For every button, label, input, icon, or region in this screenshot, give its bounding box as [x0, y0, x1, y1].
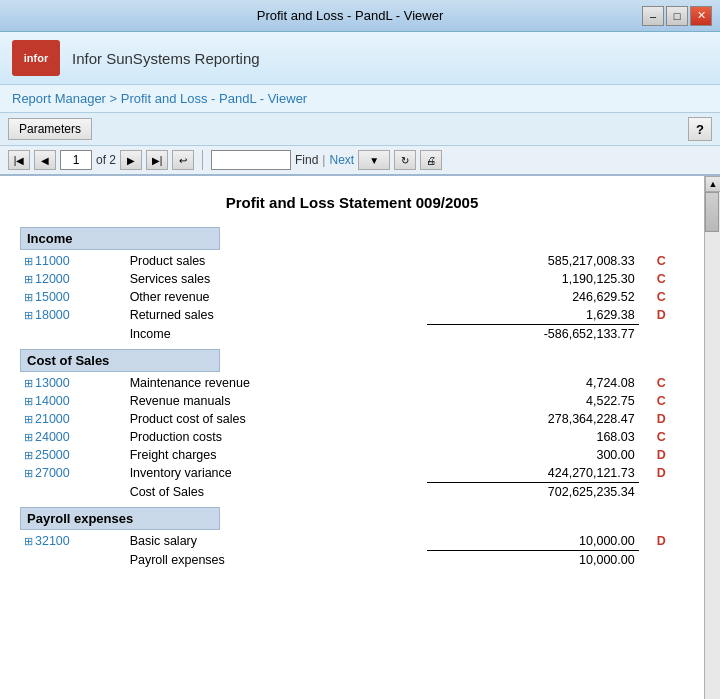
- expand-icon[interactable]: ⊞: [24, 377, 33, 389]
- nav-back-button[interactable]: ↩: [172, 150, 194, 170]
- expand-icon[interactable]: ⊞: [24, 255, 33, 267]
- total-amount: 10,000.00: [427, 551, 638, 570]
- row-code: ⊞12000: [20, 270, 126, 288]
- row-amount: 4,522.75: [427, 392, 638, 410]
- scroll-thumb[interactable]: [705, 192, 719, 232]
- income-section-header: Income: [20, 227, 220, 250]
- table-row: ⊞32100 Basic salary 10,000.00 D: [20, 532, 684, 551]
- table-row: ⊞24000 Production costs 168.03 C: [20, 428, 684, 446]
- total-amount: 702,625,235.34: [427, 483, 638, 502]
- table-row: ⊞18000 Returned sales 1,629.38 D: [20, 306, 684, 325]
- table-row: ⊞12000 Services sales 1,190,125.30 C: [20, 270, 684, 288]
- nav-prev-button[interactable]: ◀: [34, 150, 56, 170]
- row-code: ⊞13000: [20, 374, 126, 392]
- table-row: ⊞15000 Other revenue 246,629.52 C: [20, 288, 684, 306]
- expand-icon[interactable]: ⊞: [24, 535, 33, 547]
- code-value: 11000: [35, 254, 70, 268]
- total-empty: [20, 483, 126, 502]
- expand-icon[interactable]: ⊞: [24, 413, 33, 425]
- find-input[interactable]: [211, 150, 291, 170]
- code-value: 27000: [35, 466, 70, 480]
- row-amount: 300.00: [427, 446, 638, 464]
- row-desc: Inventory variance: [126, 464, 428, 483]
- row-desc: Returned sales: [126, 306, 428, 325]
- total-label: Cost of Sales: [126, 483, 428, 502]
- row-type: D: [639, 410, 684, 428]
- window-title: Profit and Loss - PandL - Viewer: [58, 8, 642, 23]
- expand-icon[interactable]: ⊞: [24, 273, 33, 285]
- next-label[interactable]: Next: [329, 153, 354, 167]
- payroll-total-row: Payroll expenses 10,000.00: [20, 551, 684, 570]
- row-type: D: [639, 306, 684, 325]
- expand-icon[interactable]: ⊞: [24, 309, 33, 321]
- row-code: ⊞18000: [20, 306, 126, 325]
- total-empty: [20, 551, 126, 570]
- total-type-empty: [639, 551, 684, 570]
- expand-icon[interactable]: ⊞: [24, 431, 33, 443]
- income-table: ⊞11000 Product sales 585,217,008.33 C ⊞1…: [20, 252, 684, 343]
- expand-icon[interactable]: ⊞: [24, 395, 33, 407]
- help-button[interactable]: ?: [688, 117, 712, 141]
- payroll-section-header: Payroll expenses: [20, 507, 220, 530]
- total-amount: -586,652,133.77: [427, 325, 638, 344]
- table-row: ⊞25000 Freight charges 300.00 D: [20, 446, 684, 464]
- close-button[interactable]: ✕: [690, 6, 712, 26]
- row-type: C: [639, 270, 684, 288]
- scroll-up-button[interactable]: ▲: [705, 176, 720, 192]
- code-value: 24000: [35, 430, 70, 444]
- maximize-button[interactable]: □: [666, 6, 688, 26]
- window-controls: – □ ✕: [642, 6, 712, 26]
- minimize-button[interactable]: –: [642, 6, 664, 26]
- app-header: infor Infor SunSystems Reporting: [0, 32, 720, 85]
- row-amount: 4,724.08: [427, 374, 638, 392]
- row-desc: Product sales: [126, 252, 428, 270]
- income-total-row: Income -586,652,133.77: [20, 325, 684, 344]
- view-options-button[interactable]: ▼: [358, 150, 390, 170]
- print-button[interactable]: 🖨: [420, 150, 442, 170]
- row-code: ⊞21000: [20, 410, 126, 428]
- row-type: C: [639, 288, 684, 306]
- row-type: D: [639, 532, 684, 551]
- income-section: Income ⊞11000 Product sales 585,217,008.…: [20, 227, 684, 343]
- page-number-input[interactable]: [60, 150, 92, 170]
- breadcrumb[interactable]: Report Manager > Profit and Loss - PandL…: [12, 91, 307, 106]
- infor-logo: infor: [12, 40, 60, 76]
- scroll-track[interactable]: [705, 192, 720, 699]
- row-desc: Basic salary: [126, 532, 428, 551]
- parameters-button[interactable]: Parameters: [8, 118, 92, 140]
- page-of-label: of 2: [96, 153, 116, 167]
- code-value: 15000: [35, 290, 70, 304]
- expand-icon[interactable]: ⊞: [24, 467, 33, 479]
- vertical-scrollbar: ▲ ▼: [704, 176, 720, 699]
- row-amount: 246,629.52: [427, 288, 638, 306]
- row-type: C: [639, 252, 684, 270]
- row-desc: Other revenue: [126, 288, 428, 306]
- row-desc: Freight charges: [126, 446, 428, 464]
- nav-first-button[interactable]: |◀: [8, 150, 30, 170]
- row-amount: 1,190,125.30: [427, 270, 638, 288]
- total-type-empty: [639, 483, 684, 502]
- row-desc: Revenue manuals: [126, 392, 428, 410]
- code-value: 13000: [35, 376, 70, 390]
- nav-last-button[interactable]: ▶|: [146, 150, 168, 170]
- content-area: Profit and Loss Statement 009/2005 Incom…: [0, 176, 704, 699]
- payroll-expenses-section: Payroll expenses ⊞32100 Basic salary 10,…: [20, 507, 684, 569]
- cost-of-sales-section: Cost of Sales ⊞13000 Maintenance revenue…: [20, 349, 684, 501]
- navigation-bar: |◀ ◀ of 2 ▶ ▶| ↩ Find | Next ▼ ↻ 🖨: [0, 146, 720, 176]
- refresh-button[interactable]: ↻: [394, 150, 416, 170]
- table-row: ⊞21000 Product cost of sales 278,364,228…: [20, 410, 684, 428]
- separator-pipe: |: [322, 153, 325, 167]
- expand-icon[interactable]: ⊞: [24, 291, 33, 303]
- row-code: ⊞27000: [20, 464, 126, 483]
- row-code: ⊞11000: [20, 252, 126, 270]
- row-amount: 424,270,121.73: [427, 464, 638, 483]
- nav-next-button[interactable]: ▶: [120, 150, 142, 170]
- row-type: D: [639, 446, 684, 464]
- content-wrapper: Profit and Loss Statement 009/2005 Incom…: [0, 176, 720, 699]
- table-row: ⊞14000 Revenue manuals 4,522.75 C: [20, 392, 684, 410]
- row-code: ⊞15000: [20, 288, 126, 306]
- row-desc: Maintenance revenue: [126, 374, 428, 392]
- row-type: C: [639, 428, 684, 446]
- find-label: Find: [295, 153, 318, 167]
- expand-icon[interactable]: ⊞: [24, 449, 33, 461]
